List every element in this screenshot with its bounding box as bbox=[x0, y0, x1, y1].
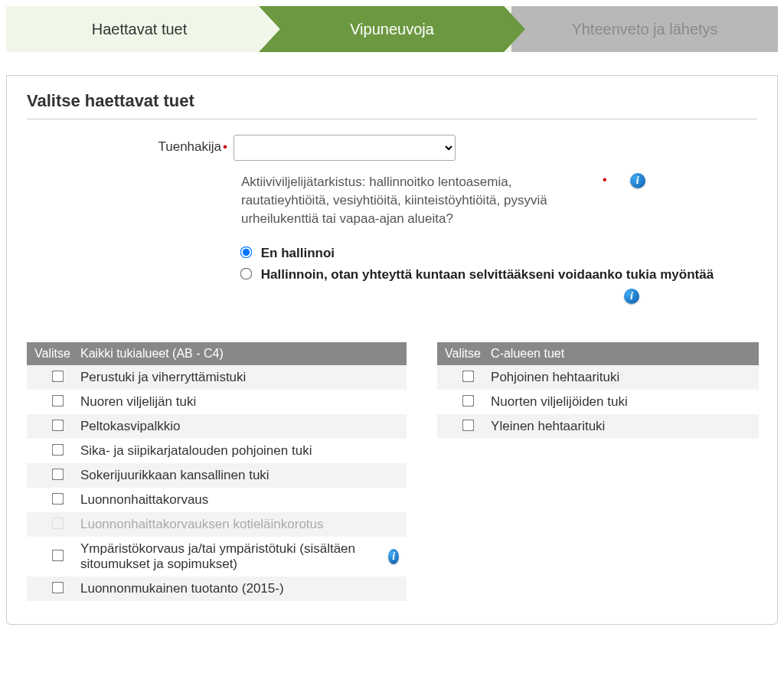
subsidy-tables: Valitse Kaikki tukialueet (AB - C4) Peru… bbox=[27, 342, 757, 601]
row-label: Luonnonhaittakorvaus bbox=[80, 492, 399, 508]
row-label: Yleinen hehtaarituki bbox=[491, 419, 751, 434]
row-label: Nuorten viljelijöiden tuki bbox=[491, 394, 751, 410]
table-all-areas: Valitse Kaikki tukialueet (AB - C4) Peru… bbox=[27, 342, 407, 601]
checkbox-kotielainkorotus bbox=[51, 518, 64, 530]
table-row: Sokerijuurikkaan kansallinen tuki bbox=[27, 463, 407, 488]
table-c-area: Valitse C-alueen tuet Pohjoinen hehtaari… bbox=[437, 342, 759, 601]
col-select-header: Valitse bbox=[445, 347, 491, 361]
wizard-tabs: Haettavat tuet Vipuneuvoja Yhteenveto ja… bbox=[6, 6, 778, 52]
info-icon[interactable]: i bbox=[630, 173, 645, 188]
table-row: Luonnonhaittakorvaus bbox=[27, 488, 407, 512]
checkbox-nuorten-viljelijoiden[interactable] bbox=[462, 395, 474, 407]
table-row: Peltokasvipalkkio bbox=[27, 414, 407, 439]
tab-yhteenveto[interactable]: Yhteenveto ja lähetys bbox=[511, 6, 778, 52]
table-row: Sika- ja siipikarjatalouden pohjoinen tu… bbox=[27, 439, 407, 463]
required-marker: • bbox=[223, 139, 227, 154]
tab-haettavat-tuet[interactable]: Haettavat tuet bbox=[6, 6, 273, 52]
row-label: Luonnonhaittakorvauksen kotieläinkorotus bbox=[80, 517, 399, 532]
checkbox-perustuki[interactable] bbox=[51, 371, 64, 383]
table-row: Nuorten viljelijöiden tuki bbox=[437, 390, 759, 414]
main-panel: Valitse haettavat tuet Tuenhakija• Aktii… bbox=[6, 75, 778, 625]
required-marker: • bbox=[603, 173, 607, 187]
table-row: Ympäristökorvaus ja/tai ympäristötuki (s… bbox=[27, 537, 407, 577]
table-row: Nuoren viljelijän tuki bbox=[27, 390, 407, 414]
col-select-header: Valitse bbox=[34, 347, 80, 361]
checkbox-luonnonhaitta[interactable] bbox=[51, 493, 64, 505]
radio-en-hallinnoi-input[interactable] bbox=[240, 247, 253, 259]
checkbox-pohjoinen-hehtaari[interactable] bbox=[462, 371, 474, 383]
active-farmer-question: Aktiiviviljelijätarkistus: hallinnoitko … bbox=[241, 173, 757, 227]
farmer-radio-group: En hallinnoi Hallinnoin, otan yhteyttä k… bbox=[241, 246, 757, 283]
radio-hallinnoin-input[interactable] bbox=[240, 268, 253, 280]
applicant-row: Tuenhakija• bbox=[27, 135, 757, 161]
checkbox-nuoren-viljelijan[interactable] bbox=[51, 395, 64, 407]
row-label: Perustuki ja viherryttämistuki bbox=[80, 370, 399, 385]
table-row: Perustuki ja viherryttämistuki bbox=[27, 365, 407, 390]
info-icon[interactable]: i bbox=[388, 549, 399, 564]
applicant-label: Tuenhakija• bbox=[27, 135, 234, 155]
row-label: Sokerijuurikkaan kansallinen tuki bbox=[80, 468, 399, 483]
col-name-header: Kaikki tukialueet (AB - C4) bbox=[80, 347, 399, 361]
row-label: Luonnonmukainen tuotanto (2015-) bbox=[80, 581, 399, 596]
row-label: Pohjoinen hehtaarituki bbox=[491, 370, 751, 385]
table-row: Luonnonmukainen tuotanto (2015-) bbox=[27, 577, 407, 601]
radio-en-hallinnoi[interactable]: En hallinnoi bbox=[241, 246, 335, 260]
checkbox-ymparistokorvaus[interactable] bbox=[51, 550, 64, 562]
checkbox-sokerijuurikas[interactable] bbox=[51, 469, 64, 481]
checkbox-yleinen-hehtaari[interactable] bbox=[462, 420, 474, 432]
row-label: Ympäristökorvaus ja/tai ympäristötuki (s… bbox=[80, 541, 382, 572]
table-row: Luonnonhaittakorvauksen kotieläinkorotus bbox=[27, 512, 407, 537]
radio-hallinnoin[interactable]: Hallinnoin, otan yhteyttä kuntaan selvit… bbox=[241, 267, 714, 282]
tab-vipuneuvoja[interactable]: Vipuneuvoja bbox=[259, 6, 525, 52]
row-label: Peltokasvipalkkio bbox=[80, 419, 399, 434]
question-text: Aktiiviviljelijätarkistus: hallinnoitko … bbox=[241, 173, 578, 227]
panel-title: Valitse haettavat tuet bbox=[27, 91, 757, 119]
applicant-select[interactable] bbox=[234, 135, 456, 161]
table-row: Yleinen hehtaarituki bbox=[437, 414, 759, 439]
row-label: Sika- ja siipikarjatalouden pohjoinen tu… bbox=[80, 443, 399, 459]
col-name-header: C-alueen tuet bbox=[491, 347, 751, 361]
checkbox-peltokasvipalkkio[interactable] bbox=[51, 420, 64, 432]
info-icon[interactable]: i bbox=[624, 289, 639, 304]
checkbox-luomu[interactable] bbox=[51, 582, 64, 594]
table-row: Pohjoinen hehtaarituki bbox=[437, 365, 759, 390]
checkbox-sika-siipikarja[interactable] bbox=[51, 444, 64, 456]
row-label: Nuoren viljelijän tuki bbox=[80, 394, 399, 410]
